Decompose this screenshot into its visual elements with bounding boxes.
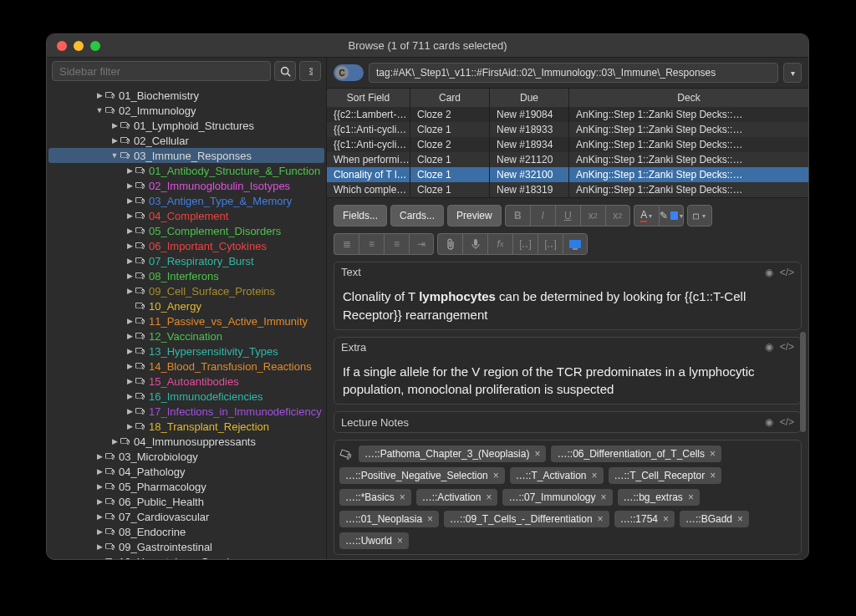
chevron-right-icon[interactable]: ▶ <box>110 437 119 445</box>
remove-tag-icon[interactable]: × <box>600 491 606 503</box>
scrollbar[interactable] <box>800 332 806 432</box>
chevron-right-icon[interactable]: ▶ <box>125 211 134 220</box>
highlight-button[interactable]: ✎▾ <box>659 205 684 227</box>
preview-button[interactable]: Preview <box>447 205 502 227</box>
record-button[interactable] <box>462 233 487 255</box>
underline-button[interactable]: U <box>555 205 580 227</box>
tag-chip[interactable]: …::bg_extras× <box>618 489 700 506</box>
tag-chip[interactable]: …::Positive_Negative_Selection× <box>339 467 505 484</box>
tree-item[interactable]: ▶🏷07_Cardiovascular <box>48 509 324 524</box>
remove-tag-icon[interactable]: × <box>534 448 540 460</box>
image-occlusion-button[interactable] <box>563 233 588 255</box>
tree-item[interactable]: ▶🏷07_Respiratory_Burst <box>48 253 324 268</box>
sticky-icon[interactable]: ◉ <box>765 267 773 278</box>
tag-chip[interactable]: …::T_Activation× <box>510 467 604 484</box>
remove-tag-icon[interactable]: × <box>688 491 694 503</box>
chevron-right-icon[interactable]: ▶ <box>125 407 134 415</box>
italic-button[interactable]: I <box>530 205 555 227</box>
equation-button[interactable]: fx <box>487 233 512 255</box>
html-icon[interactable]: </> <box>780 341 794 353</box>
chevron-right-icon[interactable]: ▶ <box>125 287 134 295</box>
tree-item[interactable]: ▶🏷14_Blood_Transfusion_Reactions <box>48 359 324 374</box>
chevron-right-icon[interactable]: ▶ <box>125 227 134 235</box>
field-extra-body[interactable]: If a single allele for the V region of t… <box>334 358 801 405</box>
chevron-right-icon[interactable]: ▶ <box>95 467 104 476</box>
tree-item[interactable]: ▼🏷03_Immune_Responses <box>48 148 324 163</box>
indent-button[interactable]: ⇥ <box>409 233 434 255</box>
chevron-right-icon[interactable]: ▶ <box>125 332 134 340</box>
search-history-dropdown[interactable]: ▾ <box>783 63 802 83</box>
attach-button[interactable] <box>437 233 462 255</box>
tree-item[interactable]: ▶🏷01_Antibody_Structure_&_Function <box>48 163 324 178</box>
tree-item[interactable]: ▶🏷15_Autoantibodies <box>48 374 324 389</box>
chevron-down-icon[interactable]: ▼ <box>95 106 104 115</box>
search-mode-toggle[interactable]: C <box>334 64 364 81</box>
remove-tag-icon[interactable]: × <box>663 513 669 525</box>
chevron-right-icon[interactable]: ▶ <box>125 377 134 385</box>
field-text-body[interactable]: Clonality of T lymphocytes can be determ… <box>334 283 801 329</box>
remove-tag-icon[interactable]: × <box>427 513 433 525</box>
table-row[interactable]: Which comple…Cloze 1New #18319AnKing::St… <box>327 182 808 197</box>
html-icon[interactable]: </> <box>780 416 794 428</box>
chevron-right-icon[interactable]: ▶ <box>95 512 104 521</box>
tree-item[interactable]: ▶🏷09_Cell_Surface_Proteins <box>48 283 324 298</box>
tag-chip[interactable]: …::Uworld× <box>339 532 409 549</box>
sticky-icon[interactable]: ◉ <box>765 416 773 428</box>
chevron-right-icon[interactable]: ▶ <box>95 542 104 551</box>
tree-item[interactable]: ▶🏷01_Biochemistry <box>48 88 324 103</box>
sticky-icon[interactable]: ◉ <box>765 341 773 353</box>
cloze-button[interactable]: [‥] <box>512 233 538 255</box>
remove-tag-icon[interactable]: × <box>737 513 743 525</box>
html-icon[interactable]: </> <box>780 267 794 278</box>
chevron-right-icon[interactable]: ▶ <box>95 452 104 461</box>
chevron-right-icon[interactable]: ▶ <box>95 497 104 506</box>
col-due[interactable]: Due <box>490 89 569 107</box>
tree-item[interactable]: ▶🏷17_Infections_in_Immunodeficiency <box>48 404 324 419</box>
zoom-icon[interactable] <box>90 41 100 51</box>
tag-chip[interactable]: …::Activation× <box>416 489 498 506</box>
tree-item[interactable]: ▶🏷06_Public_Health <box>48 494 324 509</box>
chevron-right-icon[interactable]: ▶ <box>125 242 134 250</box>
tree-item[interactable]: ▶🏷18_Transplant_Rejection <box>48 419 324 434</box>
ul-button[interactable]: ≣ <box>334 233 359 255</box>
tag-chip[interactable]: …::07_Immunology× <box>502 489 612 506</box>
remove-tag-icon[interactable]: × <box>598 513 604 525</box>
close-icon[interactable] <box>57 41 67 51</box>
tag-chip[interactable]: …::Pathoma_Chapter_3_(Neoplasia)× <box>359 445 546 462</box>
tags-field[interactable]: 🏷 …::Pathoma_Chapter_3_(Neoplasia)×…::06… <box>334 440 802 555</box>
sidebar-filter-input[interactable] <box>52 61 271 81</box>
tree-item[interactable]: ▶🏷02_Immunoglobulin_Isotypes <box>48 178 324 193</box>
tree-item[interactable]: ▶🏷10_Hematology_Oncology <box>48 554 324 559</box>
chevron-right-icon[interactable]: ▶ <box>125 196 134 205</box>
chevron-right-icon[interactable]: ▶ <box>95 527 104 536</box>
chevron-right-icon[interactable]: ▶ <box>125 257 134 265</box>
tree-item[interactable]: ▶🏷05_Complement_Disorders <box>48 223 324 238</box>
table-row[interactable]: {{c1::Anti-cycli…Cloze 2New #18934AnKing… <box>327 137 808 152</box>
tree-item[interactable]: ▶🏷05_Pharmacology <box>48 479 324 494</box>
col-card[interactable]: Card <box>410 89 490 107</box>
table-row[interactable]: {{c1::Anti-cycli…Cloze 1New #18933AnKing… <box>327 122 808 137</box>
fields-button[interactable]: Fields... <box>334 205 387 227</box>
chevron-right-icon[interactable]: ▶ <box>125 272 134 280</box>
clear-format-button[interactable]: ◇▾ <box>687 205 712 227</box>
col-sort-field[interactable]: Sort Field <box>327 89 410 107</box>
tree-item[interactable]: ▶🏷11_Passive_vs_Active_Immunity <box>48 313 324 328</box>
chevron-right-icon[interactable]: ▶ <box>95 482 104 491</box>
tag-chip[interactable]: …::06_Differentiation_of_T_Cells× <box>551 445 721 462</box>
tag-chip[interactable]: …::09_T_Cells_-_Differentiation× <box>444 511 609 527</box>
table-row[interactable]: Clonality of T l…Cloze 1New #32100AnKing… <box>327 167 808 182</box>
tree-item[interactable]: ▶🏷09_Gastrointestinal <box>48 539 324 554</box>
subscript-button[interactable]: x2 <box>605 205 630 227</box>
col-deck[interactable]: Deck <box>569 89 808 107</box>
chevron-right-icon[interactable]: ▶ <box>110 136 119 145</box>
table-header[interactable]: Sort Field Card Due Deck <box>327 89 808 107</box>
align-button[interactable]: ≡ <box>384 233 409 255</box>
search-icon[interactable] <box>274 61 296 81</box>
minimize-icon[interactable] <box>74 41 84 51</box>
tag-chip[interactable]: …::1754× <box>614 511 675 527</box>
tree-item[interactable]: ▶🏷13_Hypersensitivity_Types <box>48 344 324 359</box>
table-row[interactable]: {{c2::Lambert-…Cloze 2New #19084AnKing::… <box>327 107 808 122</box>
tree-item[interactable]: ▶🏷04_Immunosuppressants <box>48 434 324 449</box>
chevron-right-icon[interactable]: ▶ <box>125 166 134 175</box>
select-mode-icon[interactable]: ⁝⁞ <box>299 61 321 81</box>
